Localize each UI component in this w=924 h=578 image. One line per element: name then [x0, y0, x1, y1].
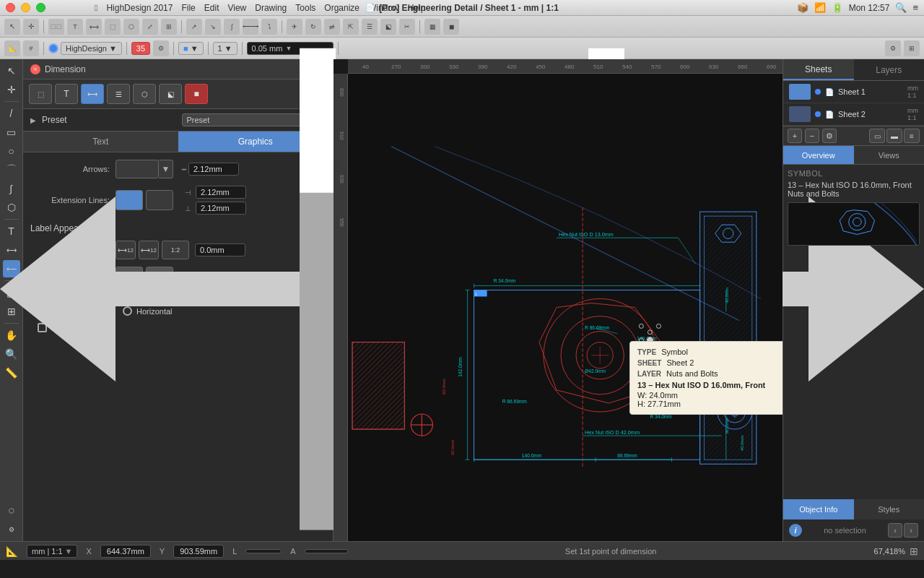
svg-text:80.0mm: 80.0mm — [442, 379, 446, 394]
dimension-panel: ✕ Dimension ⬚ T ⟷ ☰ ⬡ ⬕ ■ ▶ Preset Prese… — [23, 59, 334, 541]
svg-text:R 86.69mm: R 86.69mm — [502, 399, 528, 404]
drawing-canvas[interactable]: 1 142.0mm — [348, 74, 783, 541]
tooltip-layer-row: LAYER Nuts and Bolts — [637, 369, 780, 378]
overview-thumbnail — [788, 202, 920, 246]
tooltip-type-val: Symbol — [661, 348, 688, 356]
tooltip-sheet-label: SHEET — [637, 359, 661, 367]
ext-style2[interactable] — [146, 190, 173, 210]
svg-text:86.69mm: 86.69mm — [617, 453, 637, 458]
tooltip-type-row: TYPE Symbol — [637, 348, 780, 356]
tooltip-type-label: TYPE — [637, 348, 656, 356]
tooltip-layer-label: LAYER — [637, 370, 661, 378]
svg-text:R 34.0mm: R 34.0mm — [494, 278, 516, 283]
tooltip-sheet-row: SHEET Sheet 2 — [637, 358, 780, 367]
ext-lines-row: Extension Lines: — [30, 186, 326, 215]
svg-rect-11 — [352, 342, 404, 429]
svg-text:142.0mm: 142.0mm — [458, 357, 463, 377]
tooltip-layer-val: Nuts and Bolts — [666, 369, 718, 378]
svg-text:Hex Nut ISO D 42.0mm: Hex Nut ISO D 42.0mm — [585, 429, 640, 436]
panel-content: Arrows: ▼ ━ 2.12mm — [23, 152, 333, 541]
tooltip-sheet-val: Sheet 2 — [666, 358, 694, 367]
ruler-vertical: 890 910 930 950 — [334, 74, 348, 541]
ruler-horizontal: 40 270 300 330 390 420 450 480 510 540 5… — [348, 59, 783, 74]
tooltip-height: H: 27.71mm — [637, 400, 780, 408]
svg-text:40.0mm: 40.0mm — [450, 439, 455, 455]
svg-text:1: 1 — [475, 292, 477, 296]
symbol-tooltip: TYPE Symbol SHEET Sheet 2 LAYER Nuts and… — [629, 341, 783, 415]
svg-text:Ø42.0mm: Ø42.0mm — [585, 368, 606, 374]
svg-text:R 34.0mm: R 34.0mm — [650, 414, 672, 419]
tooltip-name: 13 – Hex Nut ISO D 16.0mm, Front — [637, 381, 780, 389]
main-layout: ↖ ✛ / ▭ ○ ⌒ ∫ ⬡ T ⟷ ⟵ ▦ ⊞ ✋ 🔍 📏 ⬡ ⚙ ✕ Di… — [0, 59, 924, 541]
svg-text:140.0mm: 140.0mm — [522, 453, 542, 458]
svg-rect-57 — [700, 212, 757, 464]
svg-text:R 86.69mm: R 86.69mm — [585, 325, 610, 330]
canvas-area[interactable]: 40 270 300 330 390 420 450 480 510 540 5… — [334, 59, 783, 541]
tooltip-width: W: 24.0mm — [637, 391, 780, 400]
